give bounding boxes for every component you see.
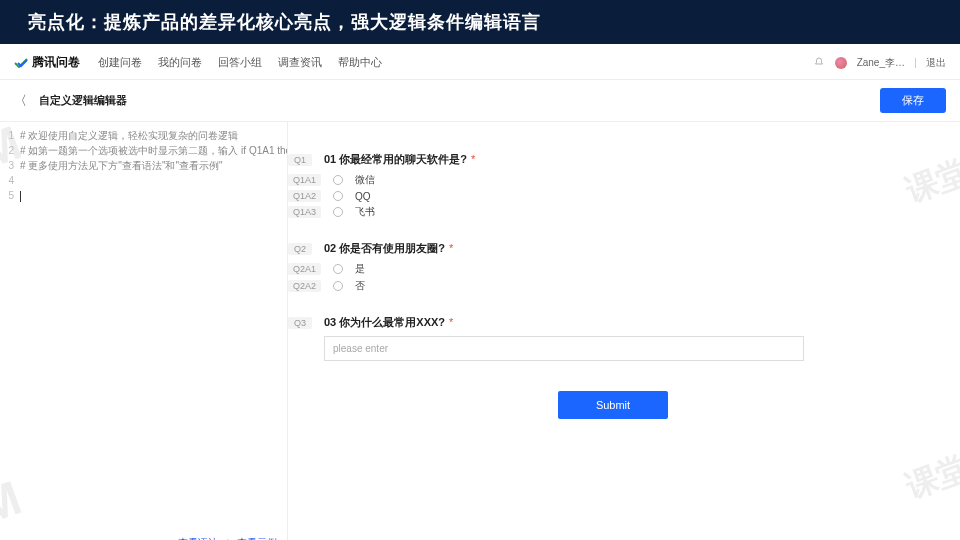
editor-footer: 查看语法 | 查看示例 <box>178 536 277 540</box>
option-tag: Q1A1 <box>288 174 321 186</box>
brand-logo[interactable]: 腾讯问卷 <box>14 54 80 71</box>
slide-title: 亮点化：提炼产品的差异化核心亮点，强大逻辑条件编辑语言 <box>28 12 541 32</box>
logo-checkmark-icon <box>14 58 28 68</box>
page-title: 自定义逻辑编辑器 <box>39 93 127 108</box>
code-line: # 更多使用方法见下方"查看语法"和"查看示例" <box>20 158 287 173</box>
user-name[interactable]: Zane_李… <box>857 56 905 70</box>
nav-create[interactable]: 创建问卷 <box>98 55 142 70</box>
required-star-icon: * <box>449 242 453 254</box>
option-label: 否 <box>355 279 365 293</box>
radio-button[interactable] <box>333 264 343 274</box>
nav-news[interactable]: 调查资讯 <box>278 55 322 70</box>
option-tag: Q1A3 <box>288 206 321 218</box>
option-label: 微信 <box>355 173 375 187</box>
nav-groups[interactable]: 回答小组 <box>218 55 262 70</box>
radio-button[interactable] <box>333 281 343 291</box>
save-button[interactable]: 保存 <box>880 88 946 113</box>
caret-icon <box>20 191 21 202</box>
option-label: QQ <box>355 191 371 202</box>
question-tag: Q1 <box>288 154 312 166</box>
sub-header: 〈 自定义逻辑编辑器 保存 <box>0 80 960 122</box>
code-line <box>20 173 287 188</box>
submit-wrap: Submit <box>288 391 938 419</box>
line-number: 2 <box>0 143 20 158</box>
line-number: 4 <box>0 173 20 188</box>
divider <box>915 58 916 68</box>
required-star-icon: * <box>471 153 475 165</box>
question-tag: Q3 <box>288 317 312 329</box>
radio-button[interactable] <box>333 175 343 185</box>
avatar[interactable] <box>835 57 847 69</box>
option-label: 飞书 <box>355 205 375 219</box>
question-block-3: Q3 03 你为什么最常用XXX?* please enter <box>288 315 938 361</box>
text-answer-input[interactable]: please enter <box>324 336 804 361</box>
option-tag: Q1A2 <box>288 190 321 202</box>
code-line <box>20 188 287 203</box>
option-label: 是 <box>355 262 365 276</box>
question-tag: Q2 <box>288 243 312 255</box>
radio-button[interactable] <box>333 207 343 217</box>
submit-button[interactable]: Submit <box>558 391 668 419</box>
question-title: 01 你最经常用的聊天软件是?* <box>324 152 475 167</box>
app-header: 腾讯问卷 创建问卷 我的问卷 回答小组 调查资讯 帮助中心 Zane_李… 退出 <box>0 44 960 80</box>
question-title: 02 你是否有使用朋友圈?* <box>324 241 453 256</box>
bell-icon[interactable] <box>813 57 825 69</box>
code-line: # 如第一题第一个选项被选中时显示第二题，输入 if Q1A1 then sh <box>20 143 287 158</box>
survey-preview: Q1 01 你最经常用的聊天软件是?* Q1A1微信 Q1A2QQ Q1A3飞书… <box>288 122 960 540</box>
code-line: # 欢迎使用自定义逻辑，轻松实现复杂的问卷逻辑 <box>20 128 287 143</box>
view-example-link[interactable]: 查看示例 <box>237 536 277 540</box>
question-title: 03 你为什么最常用XXX?* <box>324 315 453 330</box>
header-right: Zane_李… 退出 <box>813 56 946 70</box>
question-block-1: Q1 01 你最经常用的聊天软件是?* Q1A1微信 Q1A2QQ Q1A3飞书 <box>288 152 938 219</box>
logout-link[interactable]: 退出 <box>926 56 946 70</box>
main-split: 1# 欢迎使用自定义逻辑，轻松实现复杂的问卷逻辑 2# 如第一题第一个选项被选中… <box>0 122 960 540</box>
slide-title-banner: 亮点化：提炼产品的差异化核心亮点，强大逻辑条件编辑语言 <box>0 0 960 44</box>
brand-name: 腾讯问卷 <box>32 54 80 71</box>
main-nav: 创建问卷 我的问卷 回答小组 调查资讯 帮助中心 <box>98 55 813 70</box>
question-block-2: Q2 02 你是否有使用朋友圈?* Q2A1是 Q2A2否 <box>288 241 938 293</box>
line-number: 1 <box>0 128 20 143</box>
option-tag: Q2A2 <box>288 280 321 292</box>
logic-code-editor[interactable]: 1# 欢迎使用自定义逻辑，轻松实现复杂的问卷逻辑 2# 如第一题第一个选项被选中… <box>0 122 288 540</box>
line-number: 5 <box>0 188 20 203</box>
option-tag: Q2A1 <box>288 263 321 275</box>
nav-mine[interactable]: 我的问卷 <box>158 55 202 70</box>
required-star-icon: * <box>449 316 453 328</box>
nav-help[interactable]: 帮助中心 <box>338 55 382 70</box>
view-syntax-link[interactable]: 查看语法 <box>178 536 218 540</box>
back-chevron-icon[interactable]: 〈 <box>14 92 27 110</box>
radio-button[interactable] <box>333 191 343 201</box>
line-number: 3 <box>0 158 20 173</box>
